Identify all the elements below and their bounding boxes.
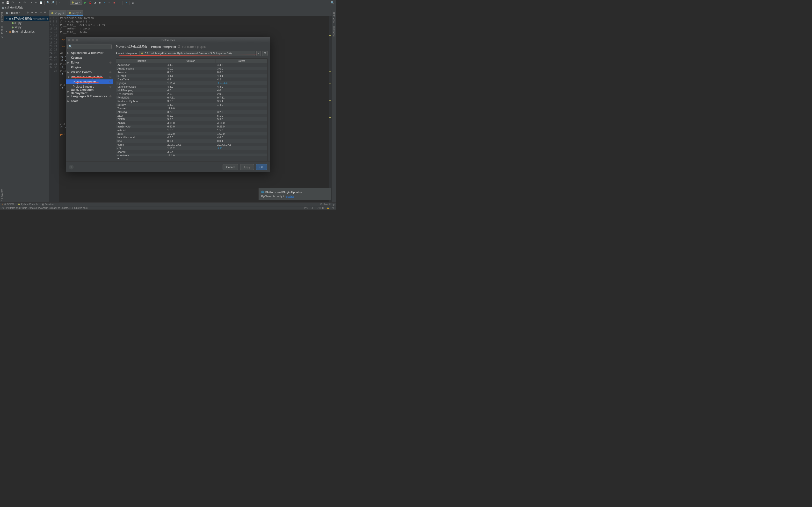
status-line-sep[interactable]: LF⁞ [311, 207, 314, 209]
cancel-button[interactable]: Cancel [222, 164, 238, 170]
package-row[interactable]: constantly15.1.0 [116, 154, 267, 156]
interpreter-dropdown-icon[interactable]: ▼ [256, 51, 261, 56]
copy-icon[interactable]: ⧉ [34, 1, 38, 5]
forward-icon[interactable]: → [63, 1, 67, 5]
close-tab-icon[interactable]: × [62, 12, 64, 14]
package-row[interactable]: chardet3.0.4 [116, 150, 267, 154]
package-row[interactable]: ZEO5.1.05.1.0 [116, 114, 267, 117]
debug-icon[interactable]: 🐞 [88, 1, 92, 5]
run-icon[interactable]: ▶ [83, 1, 87, 5]
col-version[interactable]: Version [166, 59, 215, 63]
package-row[interactable]: BTrees4.4.14.4.1 [116, 74, 267, 77]
upgrade-package-icon[interactable]: ▲ [126, 157, 129, 160]
tree-external-libs[interactable]: ▶⫿⫿ External Libraries [4, 30, 49, 34]
package-row[interactable]: DateTime4.24.2 [116, 77, 267, 81]
paste-icon[interactable]: 📋 [39, 1, 43, 5]
tool-structure-tab[interactable]: 7: Structure [1, 24, 3, 39]
traffic-close-icon[interactable] [68, 39, 70, 41]
package-row[interactable]: Acquisition4.4.24.4.2 [116, 63, 267, 67]
apply-button[interactable]: Apply [240, 164, 254, 170]
tool-favorites-tab[interactable]: 2: Favorites [1, 188, 3, 202]
package-row[interactable]: ExtensionClass4.3.04.3.0 [116, 85, 267, 89]
tree-file[interactable]: ⬢s2.py [4, 25, 49, 30]
tool-database-tab[interactable]: Database [333, 25, 335, 38]
package-row[interactable]: asn1crypto0.23.00.23.0 [116, 125, 267, 128]
run-config-selector[interactable]: ⬢ s2 ▼ [70, 0, 83, 5]
settings-icon[interactable]: ⚙ [44, 11, 47, 14]
close-tab-icon[interactable]: × [80, 12, 81, 14]
package-row[interactable]: Scrapy1.4.01.4.0 [116, 103, 267, 107]
vcs-icon[interactable]: ⎇ [117, 1, 121, 5]
package-row[interactable]: Automat0.6.00.6.0 [116, 70, 267, 74]
pref-tree-node[interactable]: Keymap [66, 55, 113, 60]
sync-icon[interactable]: ⟳ [11, 1, 14, 5]
package-row[interactable]: cffi1.11.22 [116, 146, 267, 150]
status-inspect-icon[interactable]: 👁 [332, 207, 335, 209]
pref-tree-node[interactable]: ▶Tools [66, 99, 113, 104]
package-row[interactable]: AuthEncoding4.0.03.0.0 [116, 67, 267, 70]
coverage-icon[interactable]: ◑ [93, 1, 97, 5]
scroll-to-icon[interactable]: ⇥ [31, 11, 34, 14]
save-icon[interactable]: 💾 [6, 1, 10, 5]
terminal-tool[interactable]: ▣Terminal [42, 203, 54, 206]
package-row[interactable]: certifi2017.7.27.12017.7.27.1 [116, 143, 267, 146]
tree-root[interactable]: ▼🖿 s17-day23爬虫 ~/PycharmPr [4, 16, 49, 21]
status-encoding[interactable]: UTF-8⁞ [317, 207, 324, 209]
package-row[interactable]: beautifulsoup44.6.04.6.0 [116, 135, 267, 139]
update-link[interactable]: update [286, 195, 294, 198]
cut-icon[interactable]: ✂ [30, 1, 33, 5]
package-row[interactable]: Django1.11.41.11.6 [116, 81, 267, 85]
redo-icon[interactable]: ↷ [22, 1, 27, 5]
remove-package-icon[interactable]: − [121, 157, 123, 160]
packages-table[interactable]: Package Version Latest Acquisition4.4.24… [116, 59, 267, 156]
dialog-help-icon[interactable]: ? [69, 165, 74, 169]
preferences-search-input[interactable] [67, 44, 112, 49]
replace-icon[interactable]: 🔎 [51, 1, 55, 5]
ok-button[interactable]: OK [256, 164, 267, 170]
pref-tree-node[interactable]: ▶Version Control⦿ [66, 70, 113, 74]
package-row[interactable]: PyDispatcher2.0.52.0.5 [116, 92, 267, 96]
pref-tree-node[interactable]: ▶Appearance & Behavior [66, 50, 113, 55]
traffic-min-icon[interactable] [72, 39, 74, 41]
profile-icon[interactable]: ◉ [98, 1, 102, 5]
col-package[interactable]: Package [116, 59, 166, 63]
tool-dataview-tab[interactable]: Data View [333, 11, 335, 24]
hide-icon[interactable]: — [40, 11, 43, 14]
scroll-from-icon[interactable]: ⇤ [35, 11, 39, 14]
pref-tree-node[interactable]: ▶Build, Execution, Deployment [66, 89, 113, 94]
open-icon[interactable]: ▤ [1, 1, 5, 5]
concurrency-icon[interactable]: ≋ [103, 1, 107, 5]
status-caret-pos[interactable]: 34:9 [304, 207, 308, 209]
tree-file[interactable]: ⬢s1.py [4, 21, 49, 25]
package-row[interactable]: MultiMapping4.04.0 [116, 89, 267, 92]
package-row[interactable]: ZODB33.11.03.11.0 [116, 121, 267, 125]
traffic-max-icon[interactable] [75, 39, 78, 41]
pref-tree-node[interactable]: ▼Project: s17-day23爬虫⦿ [66, 74, 113, 79]
add-package-icon[interactable]: + [117, 157, 119, 160]
python-console-tool[interactable]: ⬢Python Console [18, 203, 38, 206]
find-icon[interactable]: 🔍 [46, 1, 50, 5]
pref-tree-node[interactable]: ▶Languages & Frameworks⦿ [66, 94, 113, 99]
update-notification[interactable]: ⓘ Platform and Plugin Updates PyCharm is… [259, 188, 331, 200]
interpreter-gear-icon[interactable]: ⚙ [262, 51, 267, 56]
search-everywhere-icon[interactable]: 🔍 [331, 1, 335, 5]
pref-tree-node[interactable]: Project Interpreter⦿ [66, 79, 113, 84]
stop-icon[interactable]: ■ [112, 1, 116, 5]
col-latest[interactable]: Latest [216, 59, 267, 63]
package-row[interactable]: PyMySQL0.7.110.7.11 [116, 96, 267, 99]
pref-tree-node[interactable]: Plugins [66, 65, 113, 70]
editor-tab[interactable]: ⬢s1.py× [49, 10, 66, 16]
todo-tool[interactable]: ✎6: TODO [1, 203, 14, 206]
back-icon[interactable]: ← [58, 1, 62, 5]
status-lock-icon[interactable]: 🔓 [327, 207, 329, 209]
package-row[interactable]: attrs17.2.017.2.0 [116, 132, 267, 135]
help-icon[interactable]: ? [124, 1, 128, 5]
package-row[interactable]: RestrictedPython3.6.03.5.1 [116, 99, 267, 103]
tool-project-tab[interactable]: 1: Project [1, 11, 3, 23]
package-row[interactable]: ZConfig3.2.03.2.0 [116, 110, 267, 114]
collapse-all-icon[interactable]: ⊙ [27, 11, 30, 14]
attach-icon[interactable]: ≣ [108, 1, 111, 5]
dialog-titlebar[interactable]: Preferences [66, 38, 270, 43]
editor-tab[interactable]: ⬢s2.py× [66, 10, 83, 16]
breadcrumb-project[interactable]: s17-day23爬虫 [5, 6, 23, 9]
